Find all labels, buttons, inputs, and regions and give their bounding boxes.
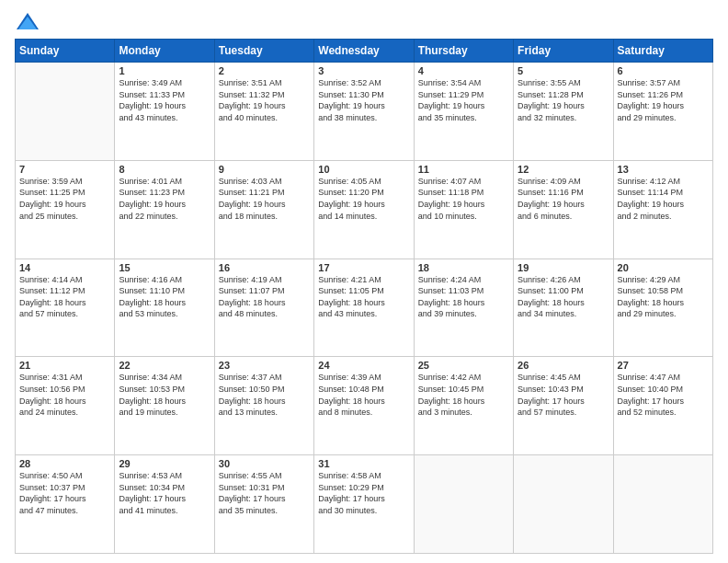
- day-number: 17: [318, 262, 409, 273]
- day-number: 22: [119, 360, 210, 371]
- day-number: 4: [418, 65, 509, 76]
- calendar-cell: 1Sunrise: 3:49 AM Sunset: 11:33 PM Dayli…: [115, 63, 214, 161]
- day-number: 7: [19, 164, 110, 175]
- calendar-cell: 24Sunrise: 4:39 AM Sunset: 10:48 PM Dayl…: [314, 357, 414, 455]
- day-info: Sunrise: 4:26 AM Sunset: 11:00 PM Daylig…: [518, 274, 609, 320]
- page: SundayMondayTuesdayWednesdayThursdayFrid…: [0, 0, 728, 563]
- calendar-cell: 25Sunrise: 4:42 AM Sunset: 10:45 PM Dayl…: [414, 357, 513, 455]
- calendar-cell: 21Sunrise: 4:31 AM Sunset: 10:56 PM Dayl…: [16, 357, 115, 455]
- day-info: Sunrise: 3:55 AM Sunset: 11:28 PM Daylig…: [518, 77, 609, 123]
- day-info: Sunrise: 3:52 AM Sunset: 11:30 PM Daylig…: [318, 77, 409, 123]
- calendar-cell: 26Sunrise: 4:45 AM Sunset: 10:43 PM Dayl…: [514, 357, 613, 455]
- day-header-thursday: Thursday: [414, 40, 513, 63]
- logo: [15, 9, 42, 35]
- day-info: Sunrise: 4:31 AM Sunset: 10:56 PM Daylig…: [19, 372, 110, 418]
- day-info: Sunrise: 4:53 AM Sunset: 10:34 PM Daylig…: [119, 470, 210, 516]
- calendar-cell: 17Sunrise: 4:21 AM Sunset: 11:05 PM Dayl…: [314, 259, 414, 357]
- day-number: 20: [618, 262, 709, 273]
- calendar-cell: 12Sunrise: 4:09 AM Sunset: 11:16 PM Dayl…: [514, 160, 613, 259]
- calendar-cell: 15Sunrise: 4:16 AM Sunset: 11:10 PM Dayl…: [115, 259, 214, 357]
- calendar-cell: [16, 63, 115, 161]
- calendar-cell: 5Sunrise: 3:55 AM Sunset: 11:28 PM Dayli…: [514, 63, 613, 161]
- day-number: 3: [318, 65, 409, 76]
- calendar-cell: 13Sunrise: 4:12 AM Sunset: 11:14 PM Dayl…: [613, 160, 712, 259]
- day-number: 19: [518, 262, 609, 273]
- week-row-4: 21Sunrise: 4:31 AM Sunset: 10:56 PM Dayl…: [16, 357, 713, 455]
- calendar-cell: 4Sunrise: 3:54 AM Sunset: 11:29 PM Dayli…: [414, 63, 513, 161]
- day-number: 6: [618, 65, 709, 76]
- day-number: 29: [119, 458, 210, 469]
- calendar-cell: 3Sunrise: 3:52 AM Sunset: 11:30 PM Dayli…: [314, 63, 414, 161]
- day-info: Sunrise: 3:49 AM Sunset: 11:33 PM Daylig…: [119, 77, 210, 123]
- day-info: Sunrise: 3:54 AM Sunset: 11:29 PM Daylig…: [418, 77, 509, 123]
- week-row-3: 14Sunrise: 4:14 AM Sunset: 11:12 PM Dayl…: [16, 259, 713, 357]
- day-info: Sunrise: 4:19 AM Sunset: 11:07 PM Daylig…: [219, 274, 310, 320]
- day-info: Sunrise: 4:37 AM Sunset: 10:50 PM Daylig…: [219, 372, 310, 418]
- day-number: 28: [19, 458, 110, 469]
- day-info: Sunrise: 4:50 AM Sunset: 10:37 PM Daylig…: [19, 470, 110, 516]
- calendar-cell: [613, 455, 712, 554]
- day-number: 10: [318, 164, 409, 175]
- day-number: 26: [518, 360, 609, 371]
- day-number: 5: [518, 65, 609, 76]
- calendar-cell: 20Sunrise: 4:29 AM Sunset: 10:58 PM Dayl…: [613, 259, 712, 357]
- day-number: 2: [219, 65, 310, 76]
- day-info: Sunrise: 4:58 AM Sunset: 10:29 PM Daylig…: [318, 470, 409, 516]
- day-info: Sunrise: 4:42 AM Sunset: 10:45 PM Daylig…: [418, 372, 509, 418]
- day-info: Sunrise: 4:55 AM Sunset: 10:31 PM Daylig…: [219, 470, 310, 516]
- calendar-cell: [414, 455, 513, 554]
- day-number: 31: [318, 458, 409, 469]
- calendar-cell: 9Sunrise: 4:03 AM Sunset: 11:21 PM Dayli…: [214, 160, 313, 259]
- week-row-5: 28Sunrise: 4:50 AM Sunset: 10:37 PM Dayl…: [16, 455, 713, 554]
- calendar-cell: 23Sunrise: 4:37 AM Sunset: 10:50 PM Dayl…: [214, 357, 313, 455]
- day-number: 25: [418, 360, 509, 371]
- calendar-cell: 7Sunrise: 3:59 AM Sunset: 11:25 PM Dayli…: [16, 160, 115, 259]
- day-header-monday: Monday: [115, 40, 214, 63]
- day-info: Sunrise: 3:57 AM Sunset: 11:26 PM Daylig…: [618, 77, 709, 123]
- calendar-cell: 22Sunrise: 4:34 AM Sunset: 10:53 PM Dayl…: [115, 357, 214, 455]
- day-info: Sunrise: 4:24 AM Sunset: 11:03 PM Daylig…: [418, 274, 509, 320]
- calendar-cell: 30Sunrise: 4:55 AM Sunset: 10:31 PM Dayl…: [214, 455, 313, 554]
- day-info: Sunrise: 4:05 AM Sunset: 11:20 PM Daylig…: [318, 176, 409, 222]
- day-info: Sunrise: 4:07 AM Sunset: 11:18 PM Daylig…: [418, 176, 509, 222]
- day-number: 24: [318, 360, 409, 371]
- calendar-cell: 8Sunrise: 4:01 AM Sunset: 11:23 PM Dayli…: [115, 160, 214, 259]
- logo-icon: [15, 9, 40, 35]
- week-row-2: 7Sunrise: 3:59 AM Sunset: 11:25 PM Dayli…: [16, 160, 713, 259]
- day-number: 23: [219, 360, 310, 371]
- day-info: Sunrise: 4:39 AM Sunset: 10:48 PM Daylig…: [318, 372, 409, 418]
- header: [15, 9, 713, 35]
- day-info: Sunrise: 3:59 AM Sunset: 11:25 PM Daylig…: [19, 176, 110, 222]
- calendar-cell: 14Sunrise: 4:14 AM Sunset: 11:12 PM Dayl…: [16, 259, 115, 357]
- calendar-cell: 19Sunrise: 4:26 AM Sunset: 11:00 PM Dayl…: [514, 259, 613, 357]
- week-row-1: 1Sunrise: 3:49 AM Sunset: 11:33 PM Dayli…: [16, 63, 713, 161]
- day-number: 13: [618, 164, 709, 175]
- day-number: 30: [219, 458, 310, 469]
- day-header-friday: Friday: [514, 40, 613, 63]
- calendar-cell: 2Sunrise: 3:51 AM Sunset: 11:32 PM Dayli…: [214, 63, 313, 161]
- day-header-row: SundayMondayTuesdayWednesdayThursdayFrid…: [16, 40, 713, 63]
- day-info: Sunrise: 4:29 AM Sunset: 10:58 PM Daylig…: [618, 274, 709, 320]
- calendar-cell: 16Sunrise: 4:19 AM Sunset: 11:07 PM Dayl…: [214, 259, 313, 357]
- calendar-cell: 27Sunrise: 4:47 AM Sunset: 10:40 PM Dayl…: [613, 357, 712, 455]
- calendar-table: SundayMondayTuesdayWednesdayThursdayFrid…: [15, 39, 713, 554]
- day-number: 18: [418, 262, 509, 273]
- calendar-cell: 31Sunrise: 4:58 AM Sunset: 10:29 PM Dayl…: [314, 455, 414, 554]
- day-number: 21: [19, 360, 110, 371]
- calendar-cell: 18Sunrise: 4:24 AM Sunset: 11:03 PM Dayl…: [414, 259, 513, 357]
- day-number: 16: [219, 262, 310, 273]
- day-info: Sunrise: 4:21 AM Sunset: 11:05 PM Daylig…: [318, 274, 409, 320]
- day-info: Sunrise: 4:34 AM Sunset: 10:53 PM Daylig…: [119, 372, 210, 418]
- day-info: Sunrise: 3:51 AM Sunset: 11:32 PM Daylig…: [219, 77, 310, 123]
- calendar-cell: 6Sunrise: 3:57 AM Sunset: 11:26 PM Dayli…: [613, 63, 712, 161]
- day-info: Sunrise: 4:47 AM Sunset: 10:40 PM Daylig…: [618, 372, 709, 418]
- day-info: Sunrise: 4:45 AM Sunset: 10:43 PM Daylig…: [518, 372, 609, 418]
- day-header-tuesday: Tuesday: [214, 40, 313, 63]
- day-header-sunday: Sunday: [16, 40, 115, 63]
- day-number: 27: [618, 360, 709, 371]
- day-number: 11: [418, 164, 509, 175]
- day-number: 1: [119, 65, 210, 76]
- day-info: Sunrise: 4:01 AM Sunset: 11:23 PM Daylig…: [119, 176, 210, 222]
- day-number: 14: [19, 262, 110, 273]
- calendar-cell: [514, 455, 613, 554]
